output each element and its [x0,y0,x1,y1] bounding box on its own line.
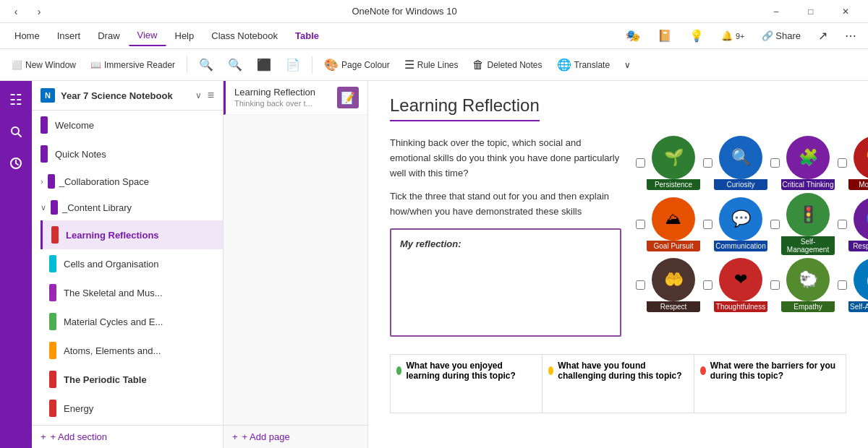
sidebar-item-collaboration[interactable]: › _Collaboration Space [32,168,223,194]
maximize-button[interactable]: □ [794,0,827,23]
add-section-button[interactable]: + + Add section [41,431,107,442]
sticker-button[interactable]: 🎭 [620,26,646,46]
table-col-enjoyed: What have you enjoyed learning during th… [391,355,542,413]
translate-button[interactable]: 🌐 Translate [551,53,616,77]
selfaware-icon: 🌊 [854,258,868,301]
notify-button[interactable]: 🔔9+ [715,27,750,44]
skill-selfmgmt: 🚦 Self-Management [781,193,835,255]
sidebar-item-skeletal[interactable]: The Skeletal and Mus... [41,278,223,307]
sort-button[interactable]: ≡ [208,89,214,102]
menu-home[interactable]: Home [6,26,48,46]
skill-communication-checkbox[interactable] [703,220,712,229]
skill-selfmgmt-checkbox[interactable] [770,220,780,229]
menu-help[interactable]: Help [166,26,203,46]
skill-selfaware-row: 🌊 Self-Awareness [838,258,868,312]
expand-button[interactable]: ↗ [812,26,833,46]
menu-table[interactable]: Table [286,26,328,46]
skill-curiosity: 🔍 Curiosity [714,136,767,190]
menu-view[interactable]: View [129,25,166,46]
reflection-label: My reflection: [400,238,461,249]
immersive-reader-icon: 📖 [90,60,101,70]
chevron-down-icon: ∨ [41,203,46,212]
skill-critical-checkbox[interactable] [770,158,780,168]
section-color [49,342,56,359]
sidebar: N Year 7 Science Notebook ∨ ≡ Welcome Qu… [32,81,224,448]
search-button[interactable] [3,119,29,145]
app-title: OneNote for Windows 10 [352,6,456,17]
more-toolbar-button[interactable]: ∨ [618,53,637,77]
reflection-box[interactable]: My reflection: [390,228,621,337]
communication-label: Communication [714,241,767,251]
section-color [51,226,59,244]
add-page-button[interactable]: + + Add page [232,431,290,442]
back-button[interactable]: ‹ [6,1,26,22]
plus-icon: + [232,431,238,442]
skill-respect-row: 🤲 Respect [636,258,700,312]
sidebar-footer: + + Add section [32,425,223,448]
section-color [48,174,55,189]
menu-insert[interactable]: Insert [48,26,90,46]
sidebar-item-material[interactable]: Material Cycles and E... [41,307,223,336]
new-window-button[interactable]: ⬜ New Window [6,53,82,77]
rule-lines-button[interactable]: ☰ Rule Lines [399,53,464,77]
page-colour-button[interactable]: 🎨 Page Colour [318,53,396,77]
selfmgmt-label: Self-Management [781,236,835,255]
sidebar-item-label: Quick Notes [55,149,106,160]
motivation-label: Motivation [848,179,868,190]
content-area: Learning Reflection Thinking back over t… [368,81,868,448]
skills-section: 🌱 Persistence 🔍 Curiosity [636,136,868,337]
skill-curiosity-checkbox[interactable] [703,158,712,168]
svg-line-1 [18,134,21,137]
sidebar-item-periodic-table[interactable]: The Periodic Table [41,365,223,394]
skill-goal-checkbox[interactable] [636,220,645,229]
sidebar-item-welcome[interactable]: Welcome [32,111,223,139]
skill-respect-checkbox[interactable] [636,280,645,290]
more-button[interactable]: ⋯ [839,26,862,46]
notebook-button[interactable]: 📔 [652,26,678,46]
sidebar-item-cells[interactable]: Cells and Organisation [41,249,223,278]
sidebar-item-energy[interactable]: Energy [41,394,223,423]
notebooks-button[interactable]: ☷ [3,87,29,113]
page-item-learning-reflection[interactable]: 📝 Learning Reflection Thinking back over… [224,81,367,115]
skill-selfmgmt-row: 🚦 Self-Management [770,193,835,255]
skill-empathy: 🐑 Empathy [781,258,835,312]
skill-empathy-checkbox[interactable] [770,280,780,290]
minimize-button[interactable]: – [760,0,793,23]
skill-thoughtfulness-checkbox[interactable] [703,280,712,290]
section-color [51,200,58,215]
close-button[interactable]: ✕ [829,0,862,23]
menu-draw[interactable]: Draw [89,26,128,46]
share-button[interactable]: 🔗Share [756,27,807,44]
skill-critical-row: 🧩 Critical Thinking [770,136,835,190]
pages-panel: 📝 Learning Reflection Thinking back over… [224,81,368,448]
recent-button[interactable] [3,150,29,176]
skill-motivation: 🤝 Motivation [848,136,868,190]
skill-selfaware-checkbox[interactable] [838,280,847,290]
menu-class-notebook[interactable]: Class Notebook [203,26,286,46]
section-color [49,255,56,272]
sidebar-item-label: Welcome [55,120,94,131]
sidebar-item-content-library[interactable]: ∨ _Content Library [32,194,223,220]
table-header-challenging: What have you found challenging during t… [548,361,688,381]
sidebar-item-label: Cells and Organisation [64,259,159,270]
fit-width-button[interactable]: 📄 [280,53,306,77]
sidebar-item-atoms[interactable]: Atoms, Elements and... [41,336,223,365]
new-window-icon: ⬜ [12,60,22,70]
immersive-reader-button[interactable]: 📖 Immersive Reader [85,53,181,77]
menu-bar: Home Insert Draw View Help Class Noteboo… [0,23,868,49]
zoom-out-button[interactable]: 🔍 [193,53,219,77]
sidebar-item-quick-notes[interactable]: Quick Notes [32,139,223,168]
forward-button[interactable]: › [29,1,49,22]
lightbulb-button[interactable]: 💡 [684,26,710,46]
zoom-in-button[interactable]: 🔍 [222,53,248,77]
skill-persistence-checkbox[interactable] [636,158,645,168]
icon-bar: ☷ [0,81,32,448]
skill-responsibility-checkbox[interactable] [838,220,847,229]
page-preview: Thinking back over t... [234,99,331,108]
main-layout: ☷ N Year 7 Science Notebook ∨ ≡ Wel [0,81,868,448]
skill-motivation-checkbox[interactable] [838,158,847,168]
sidebar-item-learning-reflections[interactable]: Learning Reflections [41,220,223,249]
fit-page-button[interactable]: ⬛ [251,53,277,77]
empathy-label: Empathy [781,301,835,312]
deleted-notes-button[interactable]: 🗑 Deleted Notes [467,53,548,77]
